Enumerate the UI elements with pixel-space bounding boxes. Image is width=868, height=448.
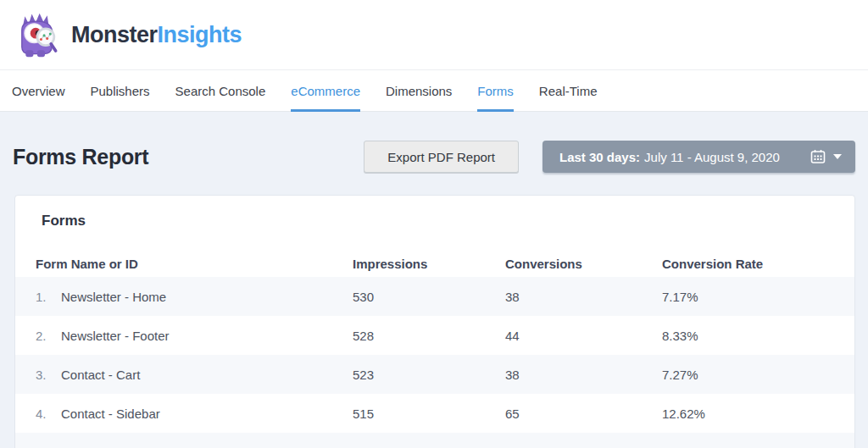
- page-title: Forms Report: [13, 145, 148, 169]
- table-row: 3.Contact - Cart 523 38 7.27%: [15, 355, 854, 394]
- content-area: Forms Report Export PDF Report Last 30 d…: [0, 112, 868, 448]
- brand-wordmark: MonsterInsights: [71, 22, 242, 48]
- form-name: Newsletter - Home: [61, 290, 166, 304]
- app-header: MonsterInsights: [0, 0, 868, 70]
- form-name-cell: 4.Contact - Sidebar: [36, 407, 353, 421]
- date-range-label: Last 30 days:: [559, 150, 640, 164]
- column-header-form-name: Form Name or ID: [36, 257, 353, 271]
- toolbar-actions: Export PDF Report Last 30 days: July 11 …: [364, 141, 855, 173]
- nav-tab-search-console[interactable]: Search Console: [175, 70, 266, 111]
- conversion-rate-cell: 8.33%: [662, 329, 854, 343]
- date-range-picker[interactable]: Last 30 days: July 11 - August 9, 2020: [542, 141, 855, 173]
- primary-nav: Overview Publishers Search Console eComm…: [0, 70, 868, 112]
- row-number: 4.: [36, 407, 61, 421]
- form-name-cell: 1.Newsletter - Home: [36, 290, 353, 304]
- forms-report-card: Forms Form Name or ID Impressions Conver…: [14, 195, 855, 448]
- conversions-cell: 38: [505, 368, 662, 382]
- form-name-cell: 2.Newsletter - Footer: [36, 329, 353, 343]
- date-range-value: July 11 - August 9, 2020: [644, 150, 780, 164]
- conversions-cell: 44: [505, 329, 662, 343]
- form-name: Newsletter - Footer: [61, 329, 170, 343]
- table-row: 1.Newsletter - Home 530 38 7.17%: [15, 277, 854, 316]
- row-number: 1.: [36, 290, 61, 304]
- table-row-cutoff: [15, 433, 854, 448]
- conversion-rate-cell: 7.27%: [662, 368, 854, 382]
- report-toolbar: Forms Report Export PDF Report Last 30 d…: [13, 141, 855, 173]
- nav-tab-forms[interactable]: Forms: [477, 70, 514, 111]
- conversions-cell: 38: [505, 290, 662, 304]
- nav-tab-real-time[interactable]: Real-Time: [539, 70, 598, 111]
- form-name-cell: 3.Contact - Cart: [36, 368, 353, 382]
- impressions-cell: 528: [353, 329, 505, 343]
- nav-tab-publishers[interactable]: Publishers: [91, 70, 150, 111]
- card-title: Forms: [42, 213, 854, 230]
- column-header-conversion-rate: Conversion Rate: [662, 257, 854, 271]
- brand-name-primary: Monster: [71, 22, 158, 47]
- impressions-cell: 523: [353, 368, 505, 382]
- column-header-conversions: Conversions: [505, 257, 662, 271]
- date-picker-icons: [810, 149, 842, 164]
- nav-tab-ecommerce[interactable]: eCommerce: [291, 70, 360, 111]
- nav-tab-dimensions[interactable]: Dimensions: [386, 70, 452, 111]
- conversion-rate-cell: 12.62%: [662, 407, 854, 421]
- table-row: 2.Newsletter - Footer 528 44 8.33%: [15, 316, 854, 355]
- conversions-cell: 65: [505, 407, 662, 421]
- monster-logo-icon: [12, 10, 61, 59]
- column-header-impressions: Impressions: [353, 257, 505, 271]
- table-row: 4.Contact - Sidebar 515 65 12.62%: [15, 394, 854, 433]
- row-number: 2.: [36, 329, 61, 343]
- form-name: Contact - Sidebar: [61, 407, 160, 421]
- form-name: Contact - Cart: [61, 368, 140, 382]
- table-header-row: Form Name or ID Impressions Conversions …: [15, 250, 854, 277]
- nav-tab-overview[interactable]: Overview: [12, 70, 65, 111]
- export-pdf-button[interactable]: Export PDF Report: [364, 141, 519, 173]
- brand-name-secondary: Insights: [158, 22, 242, 47]
- impressions-cell: 530: [353, 290, 505, 304]
- impressions-cell: 515: [353, 407, 505, 421]
- calendar-icon: [810, 149, 826, 164]
- conversion-rate-cell: 7.17%: [662, 290, 854, 304]
- row-number: 3.: [36, 368, 61, 382]
- caret-down-icon: [833, 154, 842, 159]
